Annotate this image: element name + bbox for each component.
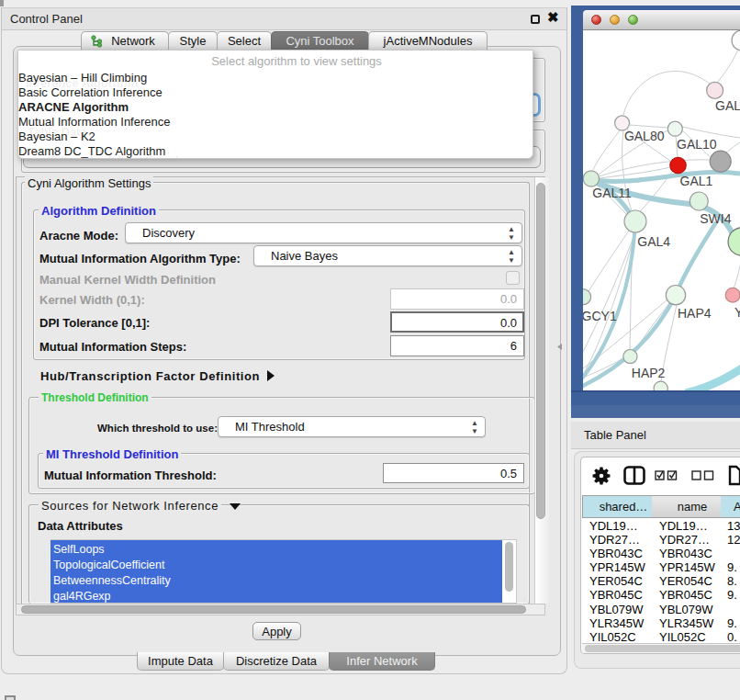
svg-text:GCY1: GCY1 [583, 309, 617, 323]
svg-text:SWI4: SWI4 [700, 211, 731, 226]
svg-text:HAP2: HAP2 [632, 366, 666, 380]
svg-text:HAP4: HAP4 [678, 306, 712, 321]
svg-text:GAL80: GAL80 [624, 129, 665, 143]
svg-text:GAL4: GAL4 [637, 234, 670, 249]
svg-text:GAL10: GAL10 [677, 137, 717, 152]
svg-text:Y: Y [734, 305, 740, 320]
svg-text:GAL1: GAL1 [680, 174, 713, 188]
svg-text:GAL11: GAL11 [592, 186, 632, 200]
svg-text:GAL7: GAL7 [715, 98, 740, 113]
